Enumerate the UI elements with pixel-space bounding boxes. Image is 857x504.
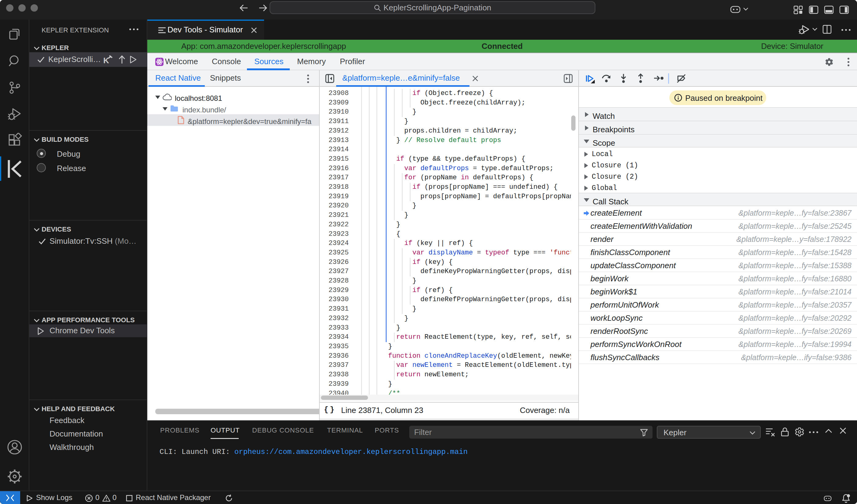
svg-text:K: K: [103, 56, 109, 65]
